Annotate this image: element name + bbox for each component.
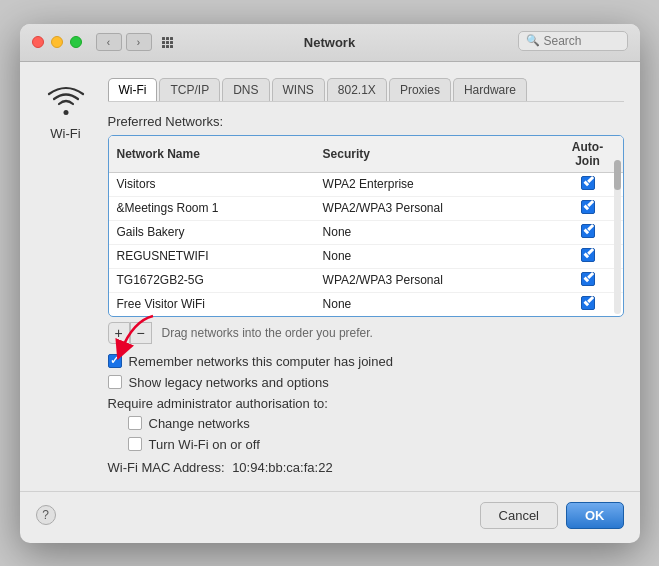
sub-options: Change networks Turn Wi-Fi on or off: [128, 416, 624, 452]
main-panel: Wi-Fi TCP/IP DNS WINS 802.1X Proxies Har…: [108, 78, 624, 475]
tab-tcpip[interactable]: TCP/IP: [159, 78, 220, 101]
autojoin-cell: [553, 268, 623, 292]
traffic-lights: [32, 36, 82, 48]
change-networks-row: Change networks: [128, 416, 624, 431]
col-header-name: Network Name: [109, 136, 315, 173]
table-row[interactable]: Gails Bakery None: [109, 220, 623, 244]
table-row[interactable]: Free Visitor WiFi None: [109, 292, 623, 316]
networks-table-container: Network Name Security Auto-Join Visitors…: [108, 135, 624, 317]
autojoin-checkbox[interactable]: [581, 224, 595, 238]
remove-network-button[interactable]: −: [130, 322, 152, 344]
autojoin-cell: [553, 196, 623, 220]
ok-button[interactable]: OK: [566, 502, 624, 529]
back-button[interactable]: ‹: [96, 33, 122, 51]
tab-dns[interactable]: DNS: [222, 78, 269, 101]
tab-wifi[interactable]: Wi-Fi: [108, 78, 158, 101]
footer-buttons: Cancel OK: [480, 502, 624, 529]
help-button[interactable]: ?: [36, 505, 56, 525]
network-security: WPA2/WPA3 Personal: [315, 268, 553, 292]
search-input[interactable]: [544, 34, 624, 48]
forward-button[interactable]: ›: [126, 33, 152, 51]
table-row[interactable]: TG1672GB2-5G WPA2/WPA3 Personal: [109, 268, 623, 292]
autojoin-cell: [553, 220, 623, 244]
sidebar: Wi-Fi: [36, 78, 96, 475]
maximize-button[interactable]: [70, 36, 82, 48]
network-name: Gails Bakery: [109, 220, 315, 244]
close-button[interactable]: [32, 36, 44, 48]
footer: ? Cancel OK: [20, 491, 640, 543]
add-network-button[interactable]: +: [108, 322, 130, 344]
mac-address-value: 10:94:bb:ca:fa:22: [232, 460, 332, 475]
wifi-label: Wi-Fi: [50, 126, 80, 141]
turn-wifi-label: Turn Wi-Fi on or off: [149, 437, 260, 452]
networks-table: Network Name Security Auto-Join Visitors…: [109, 136, 623, 316]
search-icon: 🔍: [526, 34, 540, 47]
options-section: Remember networks this computer has join…: [108, 354, 624, 475]
minimize-button[interactable]: [51, 36, 63, 48]
network-security: WPA2 Enterprise: [315, 172, 553, 196]
table-row[interactable]: Visitors WPA2 Enterprise: [109, 172, 623, 196]
grid-icon[interactable]: [162, 37, 176, 48]
tab-proxies[interactable]: Proxies: [389, 78, 451, 101]
mac-address-label: Wi-Fi MAC Address:: [108, 460, 225, 475]
network-security: None: [315, 244, 553, 268]
tab-hardware[interactable]: Hardware: [453, 78, 527, 101]
show-legacy-row: Show legacy networks and options: [108, 375, 624, 390]
table-row[interactable]: &Meetings Room 1 WPA2/WPA3 Personal: [109, 196, 623, 220]
autojoin-checkbox[interactable]: [581, 176, 595, 190]
network-security: WPA2/WPA3 Personal: [315, 196, 553, 220]
window-title: Network: [304, 35, 355, 50]
network-name: TG1672GB2-5G: [109, 268, 315, 292]
nav-buttons: ‹ ›: [96, 33, 152, 51]
col-header-security: Security: [315, 136, 553, 173]
autojoin-cell: [553, 244, 623, 268]
drag-hint: Drag networks into the order you prefer.: [162, 326, 373, 340]
window: ‹ › Network 🔍 Wi-Fi: [20, 24, 640, 543]
mac-address-row: Wi-Fi MAC Address: 10:94:bb:ca:fa:22: [108, 460, 624, 475]
networks-wrapper: Network Name Security Auto-Join Visitors…: [108, 135, 624, 317]
search-box[interactable]: 🔍: [518, 31, 628, 51]
network-name: Visitors: [109, 172, 315, 196]
autojoin-cell: [553, 292, 623, 316]
network-name: Free Visitor WiFi: [109, 292, 315, 316]
autojoin-checkbox[interactable]: [581, 248, 595, 262]
network-security: None: [315, 220, 553, 244]
scrollbar-track: [614, 160, 621, 314]
turn-wifi-checkbox[interactable]: [128, 437, 142, 451]
network-name: &Meetings Room 1: [109, 196, 315, 220]
remember-networks-label: Remember networks this computer has join…: [129, 354, 393, 369]
turn-wifi-row: Turn Wi-Fi on or off: [128, 437, 624, 452]
titlebar: ‹ › Network 🔍: [20, 24, 640, 62]
table-actions: + − Drag networks into the order you pre…: [108, 322, 624, 344]
autojoin-checkbox[interactable]: [581, 200, 595, 214]
tab-8021x[interactable]: 802.1X: [327, 78, 387, 101]
network-security: None: [315, 292, 553, 316]
table-row[interactable]: REGUSNETWIFI None: [109, 244, 623, 268]
remember-networks-row: Remember networks this computer has join…: [108, 354, 624, 369]
autojoin-checkbox[interactable]: [581, 296, 595, 310]
show-legacy-label: Show legacy networks and options: [129, 375, 329, 390]
require-admin-label: Require administrator authorisation to:: [108, 396, 624, 411]
autojoin-checkbox[interactable]: [581, 272, 595, 286]
autojoin-cell: [553, 172, 623, 196]
wifi-icon: [47, 82, 85, 120]
tab-wins[interactable]: WINS: [272, 78, 325, 101]
show-legacy-checkbox[interactable]: [108, 375, 122, 389]
tabs: Wi-Fi TCP/IP DNS WINS 802.1X Proxies Har…: [108, 78, 624, 102]
change-networks-checkbox[interactable]: [128, 416, 142, 430]
network-name: REGUSNETWIFI: [109, 244, 315, 268]
scrollbar-thumb[interactable]: [614, 160, 621, 190]
remember-networks-checkbox[interactable]: [108, 354, 122, 368]
change-networks-label: Change networks: [149, 416, 250, 431]
content: Wi-Fi Wi-Fi TCP/IP DNS WINS 802.1X Proxi…: [20, 62, 640, 491]
preferred-networks-label: Preferred Networks:: [108, 114, 624, 129]
col-header-autojoin: Auto-Join: [553, 136, 623, 173]
cancel-button[interactable]: Cancel: [480, 502, 558, 529]
